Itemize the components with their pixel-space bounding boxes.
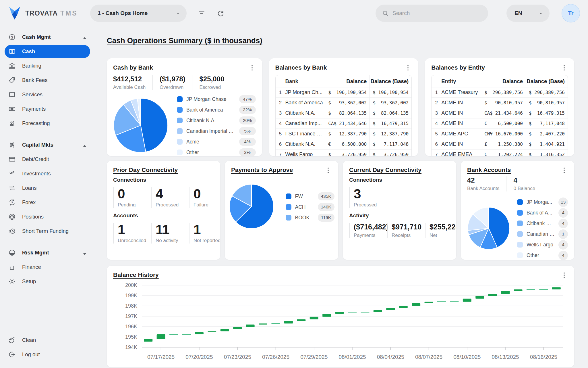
legend-item-wells-fargo[interactable]: Wells Fargo4 [517,240,568,249]
balance-base-value: 16,479,315 [537,110,565,116]
filter-button[interactable] [195,7,208,20]
table-row[interactable]: 7ACME EMEA€1,202,224$1,316,352 [432,149,568,156]
row-name: ACME IN [441,120,482,126]
column-header[interactable]: Bank [285,78,326,85]
legend-item-other[interactable]: Other2% [177,148,256,156]
card-title-payments-to-approve[interactable]: Payments to Approve [231,166,293,173]
sidebar-item-payments[interactable]: Payments [5,102,90,116]
group-title: Connections [349,177,450,183]
row-name: ACME IN [441,100,482,106]
language-selector[interactable]: EN [506,5,550,22]
kebab-menu-icon[interactable] [560,271,568,279]
table-row[interactable]: 4Canadian Imp...CA$21,434,646$16,479,315 [276,118,412,129]
sidebar-item-cash[interactable]: $Cash [5,45,90,58]
legend-item-other[interactable]: Other4 [517,251,568,260]
column-header[interactable]: Entity [441,78,482,85]
avatar[interactable]: Tr [562,4,580,22]
table-row[interactable]: 4ACME IN€6,500,000$7,117,048 [432,118,568,129]
stat-label: 0 Balance [513,186,535,191]
chevron-down-icon [538,10,544,16]
balance-value: 6,500,000 [342,141,367,147]
card-title-balances-by-entity[interactable]: Balances by Entity [431,64,485,71]
table-row[interactable]: 1JP Morgan Ch...$196,190,954$196,190,954 [276,87,412,97]
legend-item-bank-of-america[interactable]: Bank of America22% [177,106,256,114]
risk-mgmt-icon [8,249,16,256]
table-row[interactable]: 2Bank of America$93,362,002$93,362,002 [276,97,412,108]
card-title-bank-accounts[interactable]: Bank Accounts [467,166,511,173]
column-header[interactable]: Balance (Base) [526,75,568,87]
stat-label: Unreconciled [118,238,145,244]
card-title-cash-by-bank[interactable]: Cash by Bank [113,64,153,71]
legend-label: Other [186,150,235,156]
kebab-menu-icon[interactable] [560,166,568,174]
sidebar-item-debt-credit[interactable]: Debt/Credit [5,153,90,166]
card-title-balance-history[interactable]: Balance History [113,271,159,278]
table-row[interactable]: 1ACME Treasury$296,389,756$296,389,756 [432,87,568,97]
stat-label: Bank Accounts [467,186,499,191]
sidebar-item-short-term-funding[interactable]: Short Term Funding [5,225,90,238]
column-header[interactable]: Balance (Base) [370,75,411,87]
stat-value: 0 [118,187,145,201]
column-header[interactable]: Balance [326,78,370,85]
legend-item-fw[interactable]: FW435K [286,192,334,201]
group-accounts: Accounts1Unreconciled11No activity1Not r… [113,212,214,244]
legend-item-acme[interactable]: Acme4% [177,137,256,146]
sidebar-item-setup[interactable]: Setup [5,275,90,288]
card-bank-accounts: Bank Accounts 42Bank Accounts40 Balance … [461,161,574,260]
search-input[interactable] [392,10,482,16]
card-title-current-day[interactable]: Current Day Connectivity [349,166,421,173]
sidebar-item-log-out[interactable]: Log out [5,348,90,361]
table-row[interactable]: 7Wells Fargo$3,726,959$3,726,959 [276,149,412,156]
legend-item-bank-of-a[interactable]: Bank of A...4 [517,208,568,217]
stat-label: Escrowed [199,85,224,90]
legend-item-citibank-n-a[interactable]: Citibank N.A.20% [177,116,256,125]
legend-swatch [177,107,183,113]
table-row[interactable]: 5ACME APCCN¥16,670,000$2,407,220 [432,129,568,139]
legend-item-ach[interactable]: ACH140K [286,203,334,211]
workbook-selector[interactable]: 1 - Cash Ops Home [90,5,187,22]
sidebar-section-risk-mgmt[interactable]: Risk Mgmt [5,246,90,259]
card-title-balances-by-bank[interactable]: Balances by Bank [275,64,327,71]
sidebar-section-cash-mgmt[interactable]: $Cash Mgmt [5,30,90,44]
table-row[interactable]: 2ACME IN$90,810,957$90,810,957 [432,97,568,108]
svg-text:08/07/2025: 08/07/2025 [415,354,442,360]
legend-item-citibank-n-a[interactable]: Citibank N.A.4 [517,219,568,228]
sidebar-section-capital-mkts[interactable]: Capital Mkts [5,138,90,152]
legend-value-badge: 1 [558,229,568,239]
sidebar-item-forecasting[interactable]: Forecasting [5,117,90,130]
sidebar-item-bank-fees[interactable]: Bank Fees [5,74,90,87]
stat-label: Net [430,233,456,238]
sidebar-item-loans[interactable]: Loans [5,181,90,195]
legend-item-jp-morgan-chase[interactable]: JP Morgan Chase47% [177,95,256,103]
sidebar-item-clean[interactable]: Clean [5,334,90,347]
legend-item-canadian-imperial-ban[interactable]: Canadian Imperial Ban...5% [177,127,256,135]
column-header[interactable]: Balance [482,78,526,85]
sidebar-item-forex[interactable]: $Forex [5,196,90,209]
stat-label: Pending [118,202,145,208]
table-row[interactable]: 3Citibank N.A.$82,064,135$82,064,135 [276,108,412,118]
refresh-button[interactable] [214,7,227,20]
card-title-prior-day[interactable]: Prior Day Connectivity [113,166,178,173]
table-row[interactable]: 3ACME INCA$21,434,646$16,479,315 [432,108,568,118]
sidebar-item-services[interactable]: Services [5,88,90,101]
sidebar-item-finance[interactable]: Finance [5,260,90,274]
cash-by-bank-stats: $412,512Available Cash($1,978)Overdrawn$… [113,75,256,90]
table-row[interactable]: 6ACME IN£1,250,380$1,404,921 [432,139,568,149]
stat-processed: 4Processed [151,187,183,208]
kebab-menu-icon[interactable] [560,64,568,72]
svg-text:200K: 200K [125,282,137,288]
sidebar-item-banking[interactable]: Banking [5,59,90,72]
search-box[interactable] [376,5,488,22]
legend-item-jp-morga[interactable]: JP Morga...13 [517,198,568,206]
table-row[interactable]: 5FSC Finance C...$12,387,790$12,387,790 [276,129,412,139]
legend-item-book[interactable]: BOOK119K [286,213,334,222]
svg-text:194K: 194K [125,344,137,350]
balance-value: 296,389,756 [492,90,523,95]
table-row[interactable]: 6Citibank N.A.€6,500,000$7,117,048 [276,139,412,149]
sidebar-item-positions[interactable]: Positions [5,210,90,223]
kebab-menu-icon[interactable] [248,64,256,72]
kebab-menu-icon[interactable] [404,64,412,72]
kebab-menu-icon[interactable] [324,166,332,174]
legend-item-canadian-i[interactable]: Canadian I...1 [517,230,568,238]
sidebar-item-investments[interactable]: Investments [5,167,90,180]
